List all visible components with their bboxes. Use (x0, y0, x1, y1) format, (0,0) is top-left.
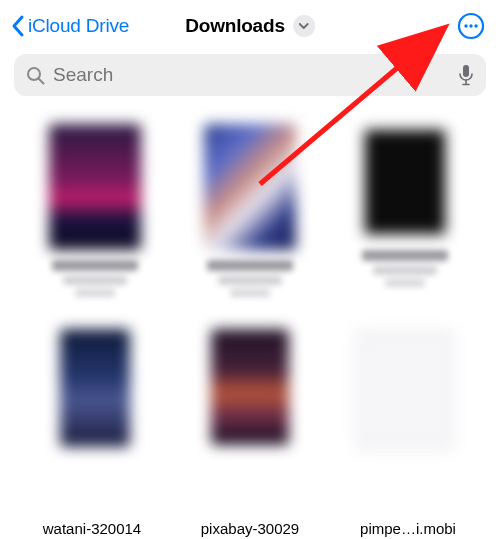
navigation-bar: iCloud Drive Downloads (0, 0, 500, 50)
file-item[interactable] (28, 124, 161, 297)
search-field[interactable] (14, 54, 486, 96)
file-thumbnail (60, 329, 130, 447)
search-input[interactable] (53, 64, 450, 86)
bottom-filename-row: watani-320014 pixabay-30029 pimpe…i.mobi (0, 520, 500, 539)
file-thumbnail (204, 124, 296, 250)
back-label: iCloud Drive (28, 15, 129, 37)
file-thumbnail (211, 329, 289, 445)
file-thumbnail (359, 124, 451, 240)
file-meta (52, 260, 138, 297)
file-thumbnail (49, 124, 141, 250)
mic-icon[interactable] (458, 64, 474, 86)
svg-point-1 (464, 24, 467, 27)
file-meta (362, 250, 448, 287)
file-item[interactable] (183, 124, 316, 297)
file-item[interactable] (339, 329, 472, 461)
file-item[interactable] (339, 124, 472, 297)
title-group[interactable]: Downloads (185, 15, 315, 37)
file-item[interactable] (28, 329, 161, 461)
search-row (0, 50, 500, 106)
page-title: Downloads (185, 15, 285, 37)
svg-point-2 (469, 24, 472, 27)
search-icon (26, 66, 45, 85)
file-grid (0, 106, 500, 461)
file-name: watani-320014 (22, 520, 162, 537)
svg-line-5 (39, 79, 44, 84)
chevron-down-icon (293, 15, 315, 37)
svg-point-4 (28, 68, 40, 80)
svg-rect-6 (463, 65, 469, 77)
file-name: pixabay-30029 (180, 520, 320, 537)
file-item[interactable] (183, 329, 316, 461)
file-meta (207, 260, 293, 297)
back-button[interactable]: iCloud Drive (10, 14, 129, 38)
more-options-button[interactable] (456, 11, 486, 41)
ellipsis-circle-icon (457, 12, 485, 40)
file-name: pimpe…i.mobi (338, 520, 478, 537)
file-thumbnail (355, 329, 455, 451)
chevron-left-icon (10, 14, 26, 38)
svg-point-3 (474, 24, 477, 27)
